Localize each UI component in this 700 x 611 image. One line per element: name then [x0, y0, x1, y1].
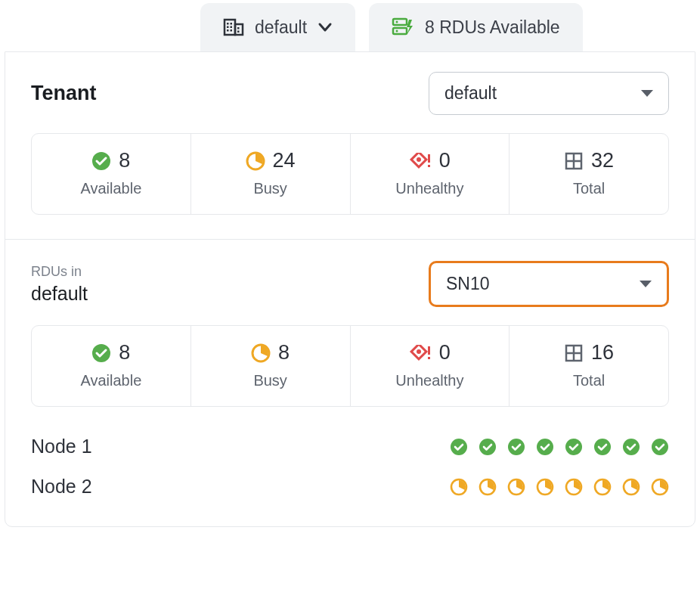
stat-value: 24: [273, 149, 296, 172]
node-status-icons: [450, 438, 669, 456]
busy-icon: [246, 151, 265, 171]
stat-value: 16: [591, 341, 614, 364]
stat-label: Available: [80, 180, 141, 197]
building-icon: [223, 17, 244, 38]
stat-label: Total: [573, 372, 605, 389]
check-circle-icon: [565, 438, 583, 456]
busy-icon: [450, 478, 468, 496]
tenant-stats: 8 Available 24 Busy 0 Unhealthy 32 Total: [31, 133, 669, 215]
check-circle-icon: [507, 438, 525, 456]
busy-icon: [651, 478, 669, 496]
rdus-subtitle: RDUs in: [31, 264, 88, 280]
stat-label: Available: [80, 372, 141, 389]
tab-tenant-label: default: [255, 17, 307, 38]
tab-rdus-label: 8 RDUs Available: [425, 17, 560, 38]
stat-value: 0: [439, 149, 451, 172]
tenant-header: Tenant default: [31, 72, 669, 115]
rdus-stats: 8 Available 8 Busy 0 Unhealthy 16 Total: [31, 325, 669, 407]
stat-total: 32 Total: [510, 134, 668, 214]
busy-icon: [622, 478, 640, 496]
stat-value: 32: [591, 149, 614, 172]
stat-available: 8 Available: [32, 134, 191, 214]
node-label: Node 1: [31, 436, 92, 457]
main-panel: Tenant default 8 Available 24 Busy 0: [5, 51, 695, 527]
node-label: Node 2: [31, 476, 92, 498]
stat-busy: 24 Busy: [191, 134, 351, 214]
stat-value: 8: [119, 149, 130, 172]
check-circle-icon: [91, 343, 111, 363]
rdu-bolt-icon: [392, 17, 414, 38]
rdus-title: default: [31, 283, 88, 305]
stat-unhealthy: 0 Unhealthy: [351, 134, 510, 214]
busy-icon: [507, 478, 525, 496]
tenant-select[interactable]: default: [429, 72, 669, 115]
caret-down-icon: [640, 281, 652, 287]
chevron-down-icon: [317, 20, 333, 35]
check-circle-icon: [536, 438, 554, 456]
rdus-select[interactable]: SN10: [429, 261, 669, 307]
tenant-title: Tenant: [31, 82, 97, 105]
node-status-icons: [450, 478, 669, 496]
caret-down-icon: [641, 90, 653, 97]
busy-icon: [593, 478, 612, 496]
stat-total: 16 Total: [510, 326, 668, 406]
tab-tenant[interactable]: default: [200, 3, 355, 51]
check-circle-icon: [450, 438, 468, 456]
stat-label: Total: [573, 180, 605, 197]
stat-label: Unhealthy: [395, 180, 463, 197]
stat-value: 8: [119, 341, 130, 364]
node-row-1: Node 1: [31, 426, 669, 467]
tenant-select-value: default: [444, 83, 497, 104]
check-circle-icon: [622, 438, 640, 456]
header-tabs: default 8 RDUs Available: [0, 0, 700, 51]
busy-icon: [565, 478, 583, 496]
check-circle-icon: [593, 438, 612, 456]
busy-icon: [479, 478, 497, 496]
check-circle-icon: [651, 438, 669, 456]
busy-icon: [536, 478, 554, 496]
node-row-2: Node 2: [31, 467, 669, 507]
stat-label: Unhealthy: [395, 372, 463, 389]
check-circle-icon: [479, 438, 497, 456]
tab-rdus[interactable]: 8 RDUs Available: [369, 3, 583, 51]
unhealthy-icon: [409, 153, 432, 169]
stat-value: 0: [439, 341, 451, 364]
busy-icon: [251, 343, 271, 363]
unhealthy-icon: [409, 345, 432, 361]
stat-available: 8 Available: [32, 326, 191, 406]
grid-icon: [564, 151, 584, 171]
stat-unhealthy: 0 Unhealthy: [351, 326, 510, 406]
stat-busy: 8 Busy: [191, 326, 351, 406]
rdus-select-value: SN10: [446, 274, 490, 294]
grid-icon: [564, 343, 584, 363]
check-circle-icon: [91, 151, 111, 171]
stat-label: Busy: [253, 180, 287, 197]
rdus-header: RDUs in default SN10: [31, 261, 669, 307]
section-divider: [5, 239, 695, 240]
stat-label: Busy: [253, 372, 287, 389]
stat-value: 8: [278, 341, 290, 364]
